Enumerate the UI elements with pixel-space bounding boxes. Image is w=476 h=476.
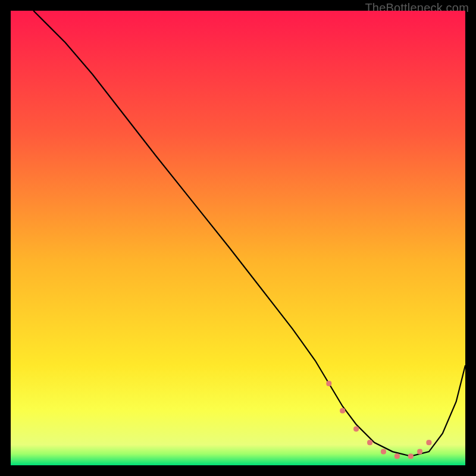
curve-marker (326, 381, 331, 386)
chart-container: TheBottleneck.com (0, 0, 476, 476)
curve-marker (381, 449, 386, 455)
curve-marker (394, 453, 400, 459)
curve-marker (426, 440, 431, 445)
curve-marker (353, 426, 359, 431)
curve-marker (340, 408, 345, 414)
chart-plot (11, 11, 465, 465)
gradient-background (11, 11, 465, 465)
curve-marker (408, 453, 414, 459)
curve-marker (417, 449, 422, 455)
curve-marker (367, 440, 372, 445)
